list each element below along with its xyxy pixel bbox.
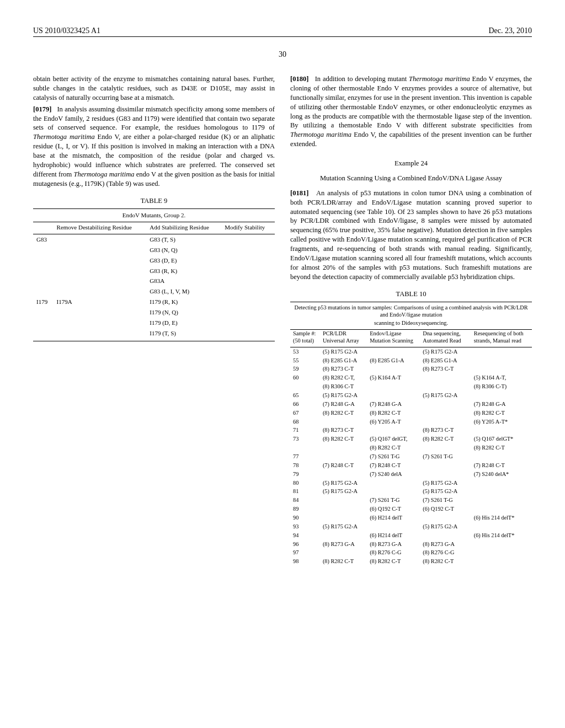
table-cell: (8) R282 C-T xyxy=(367,444,420,453)
table-cell: (5) R175 G2-A xyxy=(420,488,471,496)
table-cell xyxy=(320,505,367,514)
table-cell xyxy=(367,365,420,374)
italic-term: Thermotoga maritima xyxy=(290,131,351,138)
table-cell: (7) R248 C-T xyxy=(320,461,367,470)
example-label: Example 24 xyxy=(290,159,532,168)
table-cell xyxy=(367,383,420,392)
italic-term: Thermotoga maritima xyxy=(73,170,134,178)
table-cell: 53 xyxy=(290,347,320,356)
table-cell: 79 xyxy=(290,470,320,479)
table-cell xyxy=(221,234,275,245)
table-cell xyxy=(471,505,532,514)
table-cell xyxy=(320,514,367,523)
table-cell: G83 (R, K) xyxy=(146,266,221,276)
table-cell: (6) H214 delT xyxy=(367,514,420,523)
table-cell: 96 xyxy=(290,540,320,549)
table-cell: (8) R273 C-T xyxy=(320,426,367,435)
table-cell: I179 (R, K) xyxy=(146,297,221,307)
table-cell: (5) K164 A-T xyxy=(367,374,420,383)
table-cell xyxy=(54,255,147,266)
table-cell xyxy=(221,297,275,307)
table-cell: (7) S240 delA* xyxy=(471,470,532,479)
table-cell xyxy=(367,488,420,496)
table-cell: 98 xyxy=(290,558,320,566)
body-text: [0179] In analysis assuming dissimilar m… xyxy=(33,105,275,189)
table-cell: (8) R282 C-T xyxy=(320,409,367,417)
table-cell: I179 (T, S) xyxy=(146,328,221,341)
table-cell: (5) R175 G2-A xyxy=(320,488,367,496)
table-cell: (7) S240 delA xyxy=(367,470,420,479)
table-row: G83 (D, E) xyxy=(33,255,275,266)
col-head: Dna sequencing, Automated Read xyxy=(420,329,471,347)
table-row: 68(6) Y205 A-T(6) Y205 A-T* xyxy=(290,417,532,426)
col-head: Add Stabilizing Residue xyxy=(146,222,221,234)
table-cell: (8) R282 C-T, xyxy=(320,374,367,383)
col-head: Sample #: (50 total) xyxy=(290,329,320,347)
table-cell: 81 xyxy=(290,488,320,496)
table-row: G83 (L, I, V, M) xyxy=(33,286,275,297)
table-cell xyxy=(54,286,147,297)
table-cell: (8) R282 C-T xyxy=(420,435,471,444)
table-cell xyxy=(471,558,532,566)
table-cell xyxy=(471,479,532,488)
table-row: 93(5) R175 G2-A(5) R175 G2-A xyxy=(290,522,532,531)
body-text: [0180] In addition to developing mutant … xyxy=(290,74,532,149)
table-cell: 78 xyxy=(290,461,320,470)
italic-term: Thermotoga maritima xyxy=(33,133,95,141)
table-cell xyxy=(33,318,54,328)
table-cell: 66 xyxy=(290,400,320,409)
table-cell: (6) Q192 C-T xyxy=(367,505,420,514)
table-caption: scanning to Dideoxysequencing. xyxy=(290,320,532,329)
table-cell: 71 xyxy=(290,426,320,435)
table-row: 71(8) R273 C-T(8) R273 C-T xyxy=(290,426,532,435)
table-row: 55(8) E285 G1-A(8) E285 G1-A(8) E285 G1-… xyxy=(290,356,532,365)
table-row: 59(8) R273 C-T(8) R273 C-T xyxy=(290,365,532,374)
table-cell: G83 (L, I, V, M) xyxy=(146,286,221,297)
table-cell xyxy=(367,391,420,400)
table-cell: (8) R276 C-G xyxy=(420,549,471,558)
table-title: TABLE 9 xyxy=(33,196,275,206)
table-cell: 65 xyxy=(290,391,320,400)
table-cell: 90 xyxy=(290,514,320,523)
table-row: 73(8) R282 C-T(5) Q167 delGT,(8) R282 C-… xyxy=(290,435,532,444)
table-cell: 89 xyxy=(290,505,320,514)
table-row: G83G83 (T, S) xyxy=(33,234,275,245)
table-caption: EndoV Mutants, Group 2. xyxy=(33,209,275,222)
table-cell xyxy=(54,307,147,318)
table-cell: (6) His 214 delT* xyxy=(471,531,532,540)
table-cell: (5) R175 G2-A xyxy=(320,391,367,400)
table-cell xyxy=(33,276,54,286)
table-row: I179I179AI179 (R, K) xyxy=(33,297,275,307)
right-column: [0180] In addition to developing mutant … xyxy=(290,74,532,566)
table-cell: (7) R248 C-T xyxy=(471,461,532,470)
table-row: G83 (R, K) xyxy=(33,266,275,276)
table-cell xyxy=(33,307,54,318)
table-cell: (8) R273 C-T xyxy=(420,426,471,435)
table-row: 80(5) R175 G2-A(5) R175 G2-A xyxy=(290,479,532,488)
table-cell xyxy=(471,522,532,531)
table-cell xyxy=(471,347,532,356)
table-cell xyxy=(33,255,54,266)
left-column: obtain better activity of the enzyme to … xyxy=(33,74,275,566)
table-cell: (6) Y205 A-T xyxy=(367,417,420,426)
table-row: I179 (N, Q) xyxy=(33,307,275,318)
body-text-span: In addition to developing mutant xyxy=(315,75,409,83)
publication-date: Dec. 23, 2010 xyxy=(488,26,532,35)
table-cell xyxy=(320,531,367,540)
table-cell xyxy=(471,365,532,374)
table-cell xyxy=(54,266,147,276)
page-number: 30 xyxy=(33,50,532,59)
table-cell xyxy=(420,409,471,417)
table-cell: (7) R248 C-T xyxy=(367,461,420,470)
table-cell: (8) R273 C-T xyxy=(420,365,471,374)
table-row: I179 (T, S) xyxy=(33,328,275,341)
table-cell xyxy=(33,328,54,341)
body-text-span: An analysis of p53 mutations in colon tu… xyxy=(290,189,532,281)
table-cell xyxy=(320,452,367,461)
table-cell xyxy=(471,356,532,365)
table-cell xyxy=(420,514,471,523)
table-row: 78(7) R248 C-T(7) R248 C-T(7) R248 C-T xyxy=(290,461,532,470)
col-head: Resequencing of both strands, Manual rea… xyxy=(471,329,532,347)
table-cell xyxy=(420,374,471,383)
table-cell xyxy=(54,234,147,245)
